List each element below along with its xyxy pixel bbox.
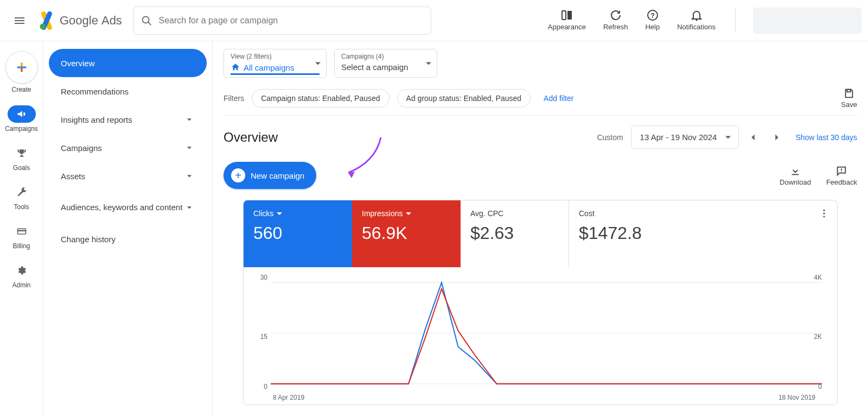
date-mode-label: Custom: [597, 133, 623, 142]
download-button[interactable]: Download: [780, 165, 811, 186]
y-right-tick: 4K: [814, 274, 822, 281]
svg-rect-15: [847, 90, 851, 92]
date-prev-button[interactable]: [743, 128, 763, 147]
svg-point-17: [841, 171, 843, 172]
help-button[interactable]: ? Help: [643, 8, 662, 32]
performance-card: Clicks 560 Impressions 56.9K Avg. CPC $2…: [243, 200, 838, 405]
nav-campaigns[interactable]: Campaigns: [49, 134, 207, 162]
metric-impressions[interactable]: Impressions 56.9K: [352, 200, 461, 267]
feedback-button[interactable]: Feedback: [826, 165, 857, 186]
svg-line-2: [148, 22, 151, 24]
nav-assets[interactable]: Assets: [49, 162, 207, 190]
top-bar: Google Ads Appearance Refresh ? Help Not…: [0, 0, 868, 41]
filter-chip-campaign-status[interactable]: Campaign status: Enabled, Paused: [252, 89, 389, 108]
rail-campaigns[interactable]: Campaigns: [4, 103, 39, 135]
metric-avg-cpc[interactable]: Avg. CPC $2.63: [461, 200, 569, 267]
refresh-icon: [609, 9, 622, 22]
add-filter-button[interactable]: Add filter: [538, 90, 579, 107]
logo-text-google: Google: [60, 14, 98, 28]
chevron-left-icon: [747, 131, 759, 143]
megaphone-icon: [16, 109, 27, 119]
metrics-strip: Clicks 560 Impressions 56.9K Avg. CPC $2…: [244, 200, 837, 267]
svg-rect-3: [562, 11, 566, 20]
new-campaign-button[interactable]: + New campaign: [224, 162, 316, 189]
account-area[interactable]: [753, 8, 861, 34]
rail-admin[interactable]: Admin: [4, 260, 39, 291]
help-icon: ?: [646, 9, 659, 22]
y-left-tick: 0: [254, 383, 267, 390]
plus-icon: +: [231, 168, 245, 182]
metric-cost[interactable]: Cost $1472.8: [569, 200, 678, 267]
chevron-down-icon: [184, 171, 195, 181]
y-left-tick: 15: [254, 333, 267, 341]
bell-icon: [690, 9, 703, 22]
view-selector[interactable]: View (2 filters) All campaigns: [224, 49, 327, 78]
svg-rect-13: [17, 230, 25, 232]
rail-tools[interactable]: Tools: [4, 181, 39, 213]
line-chart: [271, 277, 822, 389]
x-start-label: 8 Apr 2019: [273, 394, 304, 401]
rail-create[interactable]: Create: [4, 49, 39, 96]
page-title: Overview: [224, 130, 278, 145]
plus-multicolor-icon: [16, 62, 27, 73]
svg-point-18: [823, 210, 825, 211]
y-right-tick: 2K: [814, 333, 822, 341]
rail-goals[interactable]: Goals: [4, 142, 39, 174]
dropdown-icon: [277, 212, 282, 215]
card-more-button[interactable]: [819, 208, 829, 221]
svg-point-7: [695, 19, 697, 21]
campaign-selector[interactable]: Campaigns (4) Select a campaign: [334, 49, 437, 78]
filter-chip-adgroup-status[interactable]: Ad group status: Enabled, Paused: [397, 89, 531, 108]
nav-insights[interactable]: Insights and reports: [49, 105, 207, 134]
trophy-icon: [16, 148, 27, 159]
main-content: View (2 filters) All campaigns Campaigns…: [213, 41, 868, 416]
dropdown-icon: [426, 62, 431, 65]
save-button[interactable]: Save: [841, 87, 857, 109]
topbar-actions: Appearance Refresh ? Help Notifications: [546, 8, 861, 34]
nav-overview[interactable]: Overview: [49, 49, 207, 77]
rail-billing[interactable]: Billing: [4, 220, 39, 252]
date-range-picker[interactable]: 13 Apr - 19 Nov 2024: [631, 125, 739, 149]
dropdown-icon: [406, 212, 411, 215]
card-icon: [16, 226, 27, 237]
nav-change-history[interactable]: Change history: [49, 225, 207, 253]
download-icon: [789, 165, 801, 177]
filters-bar: Filters Campaign status: Enabled, Paused…: [224, 78, 857, 116]
search-field[interactable]: [133, 7, 431, 35]
search-icon: [141, 15, 152, 27]
refresh-button[interactable]: Refresh: [601, 8, 630, 32]
wrench-icon: [16, 187, 27, 198]
appearance-button[interactable]: Appearance: [546, 8, 588, 32]
show-last-30-days-link[interactable]: Show last 30 days: [795, 133, 857, 142]
svg-point-19: [823, 212, 825, 214]
more-vert-icon: [819, 208, 829, 219]
gear-icon: [16, 265, 27, 276]
chart-area: 30 15 0 4K 2K 0 8 Apr 2019 18 Nov 2019: [244, 267, 837, 405]
metric-clicks[interactable]: Clicks 560: [244, 200, 352, 267]
nav-audiences[interactable]: Audiences, keywords and content: [49, 190, 207, 225]
svg-rect-4: [567, 11, 572, 20]
date-next-button[interactable]: [767, 128, 787, 147]
nav-rail: Create Campaigns Goals Tools Billing Adm…: [0, 41, 43, 416]
dropdown-icon: [725, 136, 731, 138]
main-menu-button[interactable]: [7, 8, 33, 34]
home-icon: [231, 62, 240, 72]
appearance-icon: [560, 9, 573, 22]
dropdown-icon: [315, 62, 321, 65]
y-right-tick: 0: [818, 383, 822, 390]
logo[interactable]: Google Ads: [37, 11, 122, 30]
search-input[interactable]: [159, 16, 423, 26]
filters-label: Filters: [224, 94, 244, 103]
svg-rect-11: [21, 63, 22, 67]
menu-icon: [13, 14, 26, 27]
x-end-label: 18 Nov 2019: [778, 394, 815, 401]
feedback-icon: [835, 165, 847, 177]
logo-text-ads: Ads: [101, 14, 122, 28]
nav-recommendations[interactable]: Recommendations: [49, 77, 207, 105]
svg-point-0: [40, 23, 46, 29]
separator: [735, 8, 736, 31]
side-nav: Overview Recommendations Insights and re…: [43, 41, 213, 416]
chevron-right-icon: [771, 131, 783, 143]
chevron-down-icon: [184, 142, 195, 153]
notifications-button[interactable]: Notifications: [675, 8, 718, 32]
